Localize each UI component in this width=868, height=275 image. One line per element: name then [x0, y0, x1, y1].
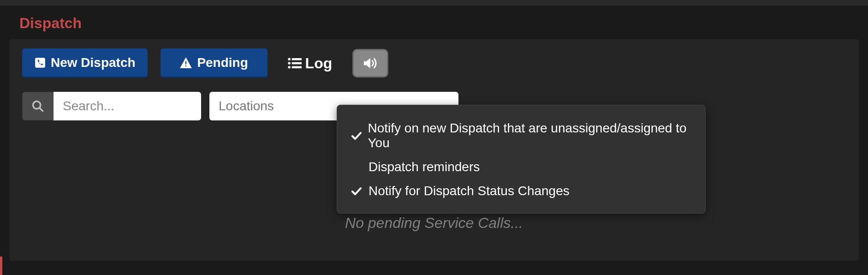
svg-line-10 — [40, 108, 43, 111]
dispatch-panel: New Dispatch Pending — [9, 39, 859, 261]
svg-rect-1 — [185, 61, 186, 64]
check-icon — [351, 131, 362, 140]
svg-rect-6 — [291, 62, 301, 65]
new-dispatch-label: New Dispatch — [51, 55, 136, 70]
notification-dropdown: Notify on new Dispatch that are unassign… — [337, 105, 706, 214]
dropdown-item-label: Notify on new Dispatch that are unassign… — [368, 121, 691, 150]
svg-point-3 — [288, 58, 291, 61]
dropdown-item-reminders[interactable]: Dispatch reminders — [351, 155, 691, 179]
empty-state: No pending Service Calls... — [9, 215, 859, 232]
toolbar: New Dispatch Pending — [22, 48, 846, 78]
sound-settings-button[interactable] — [352, 49, 388, 78]
svg-rect-2 — [185, 65, 186, 66]
new-dispatch-button[interactable]: New Dispatch — [22, 48, 148, 78]
search-icon-box[interactable] — [22, 92, 54, 120]
svg-rect-8 — [291, 66, 301, 69]
search-input[interactable] — [54, 92, 201, 120]
top-bar — [0, 0, 868, 6]
svg-point-7 — [288, 66, 291, 69]
svg-point-5 — [288, 62, 291, 65]
speaker-icon — [363, 56, 378, 70]
dropdown-item-status-changes[interactable]: Notify for Dispatch Status Changes — [351, 179, 691, 203]
list-icon — [288, 57, 302, 69]
pending-button[interactable]: Pending — [161, 48, 268, 78]
svg-rect-4 — [291, 58, 301, 60]
dropdown-item-label: Dispatch reminders — [369, 160, 480, 174]
dropdown-item-label: Notify for Dispatch Status Changes — [369, 184, 570, 198]
search-group — [22, 92, 201, 120]
warning-icon — [179, 57, 192, 69]
phone-icon — [34, 57, 46, 69]
log-link[interactable]: Log — [288, 55, 333, 72]
log-label: Log — [305, 55, 333, 72]
search-icon — [31, 100, 44, 113]
accent-bar — [0, 257, 2, 275]
pending-label: Pending — [197, 55, 248, 70]
check-icon — [351, 186, 363, 196]
dropdown-item-notify-new[interactable]: Notify on new Dispatch that are unassign… — [351, 116, 691, 155]
svg-rect-0 — [35, 58, 45, 68]
page-title: Dispatch — [0, 6, 868, 39]
